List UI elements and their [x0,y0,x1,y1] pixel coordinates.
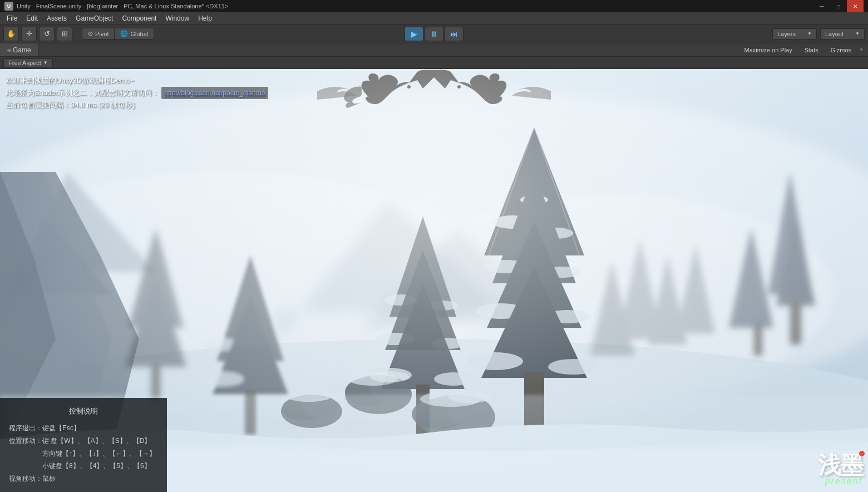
game-view: ◀ Game Maximize on Play Stats Gizmos ▼ F… [0,43,868,492]
control-panel: 控制说明 程序退出：键盘【Esc】 位置移动：键 盘【W】、【A】、【S】、【D… [0,398,167,492]
layout-label: Layout [825,31,844,37]
global-button[interactable]: 🌐 Global [114,28,154,39]
menu-file[interactable]: File [2,13,22,23]
global-icon: 🌐 [120,30,128,37]
layers-dropdown[interactable]: Layers [772,28,817,40]
pivot-button[interactable]: ⊙ Pivot [82,28,114,39]
hud-line2-prefix: 此场景为Shader示例之二，其配套博文请访问： [6,88,159,97]
game-tab-label: Game [13,46,31,54]
maximize-button[interactable]: □ [830,0,847,12]
aspect-dropdown[interactable]: Free Aspect [3,58,53,67]
hud-line2: 此场景为Shader示例之二，其配套博文请访问： http://blog.csd… [6,87,268,99]
window-controls: ─ □ ✕ [813,0,864,12]
control-panel-line-1: 程序退出：键盘【Esc】 [9,422,158,435]
watermark: 浅墨 present [818,450,862,486]
svg-point-66 [457,85,461,88]
title-bar: U Unity - FinalScene.unity - [blog]winte… [0,0,868,12]
svg-point-64 [432,70,436,74]
pause-button[interactable]: ⏸ [425,27,443,41]
gizmos-dropdown-icon: ▼ [859,47,864,52]
toolbar-right: Layers Layout [772,28,865,40]
control-panel-line-2: 位置移动：键 盘【W】、【A】、【S】、【D】 [9,435,158,447]
hud-line1: 欢迎来到浅墨的Unity3D游戏编程Demo~ [6,75,268,87]
menu-component[interactable]: Component [117,13,161,23]
menu-assets[interactable]: Assets [42,13,71,23]
control-panel-line-3: 方向键【↑】、【↓】、【←】、【→】 [9,447,158,460]
close-button[interactable]: ✕ [847,0,864,12]
pivot-label: Pivot [95,31,108,37]
toolbar: ✋ ✛ ↺ ⊞ ⊙ Pivot 🌐 Global ▶ ⏸ ⏭ Layers La… [0,24,868,43]
control-panel-line-5: 视角移动：鼠标 [9,473,158,485]
hud-line3: 当前每帧渲染间隔：34.8 ms (29 帧每秒) [6,99,268,111]
minimize-button[interactable]: ─ [813,0,830,12]
step-button[interactable]: ⏭ [445,27,463,41]
game-tabbar: ◀ Game Maximize on Play Stats Gizmos ▼ [0,43,868,57]
scale-tool-button[interactable]: ⊞ [57,27,72,41]
window-title: Unity - FinalScene.unity - [blog]winter … [17,3,228,9]
title-bar-left: U Unity - FinalScene.unity - [blog]winte… [4,2,228,11]
red-dot-icon [859,451,865,456]
control-panel-line-4: 小键盘【8】、【4】、【5】、【6】 [9,460,158,473]
play-button[interactable]: ▶ [405,27,423,41]
pause-icon: ⏸ [430,29,438,38]
layers-label: Layers [777,31,796,37]
menu-window[interactable]: Window [161,13,194,23]
hand-tool-button[interactable]: ✋ [3,27,19,41]
menu-bar: File Edit Assets GameObject Component Wi… [0,12,868,24]
pivot-global-group: ⊙ Pivot 🌐 Global [82,28,154,40]
unity-logo-icon: U [4,2,13,11]
hud-overlay: 欢迎来到浅墨的Unity3D游戏编程Demo~ 此场景为Shader示例之二，其… [6,75,268,112]
stats-button[interactable]: Stats [800,46,823,55]
move-tool-button[interactable]: ✛ [21,27,37,41]
rotate-tool-button[interactable]: ↺ [39,27,55,41]
game-subtoolbar: Free Aspect [0,57,868,69]
hud-url-link[interactable]: http://blog.csdn.net/poem_qianmo [161,87,269,99]
play-icon: ▶ [411,29,417,38]
maximize-on-play-button[interactable]: Maximize on Play [740,46,797,55]
global-label: Global [130,31,148,37]
control-panel-title: 控制说明 [9,405,158,419]
viewport: 欢迎来到浅墨的Unity3D游戏编程Demo~ 此场景为Shader示例之二，其… [0,69,868,492]
gizmos-button[interactable]: Gizmos [826,46,856,55]
menu-edit[interactable]: Edit [22,13,42,23]
top-ornament [317,69,551,108]
menu-gameobject[interactable]: GameObject [71,13,117,23]
pivot-icon: ⊙ [88,30,93,37]
layout-dropdown[interactable]: Layout [820,28,865,40]
menu-help[interactable]: Help [194,13,216,23]
step-icon: ⏭ [450,29,458,38]
watermark-logo: 浅墨 [818,450,862,481]
toolbar-sep-1 [77,28,77,40]
game-tab[interactable]: ◀ Game [0,43,38,56]
play-controls: ▶ ⏸ ⏭ [405,27,463,41]
svg-point-65 [407,85,411,88]
aspect-label: Free Aspect [8,60,41,66]
game-tab-arrow: ◀ [7,47,11,53]
game-tabbar-right: Maximize on Play Stats Gizmos ▼ [740,46,868,55]
